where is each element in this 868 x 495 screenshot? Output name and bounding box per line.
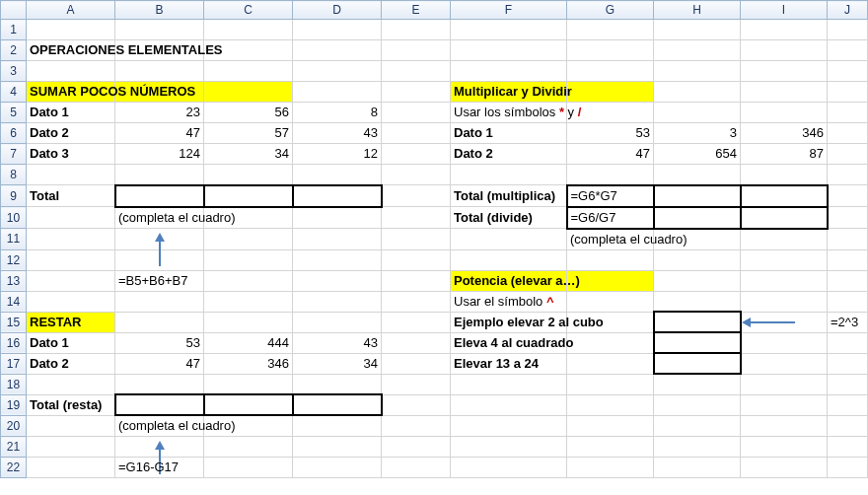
cell-B22[interactable]: =G16-G17 bbox=[115, 458, 204, 478]
cell-I22[interactable] bbox=[741, 458, 828, 478]
cell-B15[interactable] bbox=[115, 312, 204, 332]
cell-D19[interactable] bbox=[293, 394, 382, 415]
cell-C3[interactable] bbox=[204, 61, 293, 82]
col-header-B[interactable]: B bbox=[115, 1, 204, 20]
cell-G11[interactable]: (completa el cuadro) bbox=[567, 229, 654, 250]
cell-D5[interactable]: 8 bbox=[293, 103, 382, 123]
cell-D1[interactable] bbox=[293, 20, 382, 40]
cell-J7[interactable] bbox=[828, 144, 868, 165]
cell-J14[interactable] bbox=[828, 291, 868, 312]
cell-D12[interactable] bbox=[293, 249, 382, 270]
cell-A6[interactable]: Dato 2 bbox=[27, 123, 115, 144]
cell-C13[interactable] bbox=[204, 270, 293, 291]
cell-F3[interactable] bbox=[451, 61, 567, 82]
cell-H12[interactable] bbox=[654, 249, 741, 270]
cell-H22[interactable] bbox=[654, 458, 741, 478]
cell-D2[interactable] bbox=[293, 40, 382, 61]
cell-B3[interactable] bbox=[115, 61, 204, 82]
cell-E2[interactable] bbox=[382, 40, 451, 61]
cell-A17[interactable]: Dato 2 bbox=[27, 353, 115, 374]
cell-F21[interactable] bbox=[451, 437, 567, 458]
row-header-1[interactable]: 1 bbox=[1, 20, 27, 40]
cell-E17[interactable] bbox=[382, 353, 451, 374]
cell-C9[interactable] bbox=[204, 185, 293, 207]
col-header-H[interactable]: H bbox=[654, 1, 741, 20]
cell-B9[interactable] bbox=[115, 185, 204, 207]
cell-H5[interactable] bbox=[654, 103, 741, 123]
cell-B13[interactable]: =B5+B6+B7 bbox=[115, 270, 204, 291]
cell-B17[interactable]: 47 bbox=[115, 353, 204, 374]
cell-E9[interactable] bbox=[382, 185, 451, 207]
cell-I19[interactable] bbox=[741, 394, 828, 415]
cell-I3[interactable] bbox=[741, 61, 828, 82]
cell-G3[interactable] bbox=[567, 61, 654, 82]
cell-A8[interactable] bbox=[27, 165, 115, 185]
cell-D8[interactable] bbox=[293, 165, 382, 185]
cell-G4[interactable] bbox=[567, 82, 654, 103]
cell-F8[interactable] bbox=[451, 165, 567, 185]
cell-A19[interactable]: Total (resta) bbox=[27, 394, 115, 415]
col-header-G[interactable]: G bbox=[567, 1, 654, 20]
row-header-16[interactable]: 16 bbox=[1, 332, 27, 353]
cell-H3[interactable] bbox=[654, 61, 741, 82]
cell-D18[interactable] bbox=[293, 374, 382, 394]
cell-J19[interactable] bbox=[828, 394, 868, 415]
cell-J1[interactable] bbox=[828, 20, 868, 40]
cell-H6[interactable]: 3 bbox=[654, 123, 741, 144]
cell-D6[interactable]: 43 bbox=[293, 123, 382, 144]
cell-D7[interactable]: 12 bbox=[293, 144, 382, 165]
cell-A13[interactable] bbox=[27, 270, 115, 291]
cell-F15[interactable]: Ejemplo elevar 2 al cubo bbox=[451, 312, 567, 332]
cell-F16[interactable]: Eleva 4 al cuadrado bbox=[451, 332, 567, 353]
row-header-6[interactable]: 6 bbox=[1, 123, 27, 144]
cell-I21[interactable] bbox=[741, 437, 828, 458]
cell-F6[interactable]: Dato 1 bbox=[451, 123, 567, 144]
cell-G14[interactable] bbox=[567, 291, 654, 312]
cell-I7[interactable]: 87 bbox=[741, 144, 828, 165]
cell-H10[interactable] bbox=[654, 207, 741, 229]
cell-B11[interactable] bbox=[115, 229, 204, 250]
cell-D3[interactable] bbox=[293, 61, 382, 82]
cell-G7[interactable]: 47 bbox=[567, 144, 654, 165]
row-header-10[interactable]: 10 bbox=[1, 207, 27, 229]
cell-F19[interactable] bbox=[451, 394, 567, 415]
cell-G8[interactable] bbox=[567, 165, 654, 185]
cell-G17[interactable] bbox=[567, 353, 654, 374]
cell-C6[interactable]: 57 bbox=[204, 123, 293, 144]
row-header-20[interactable]: 20 bbox=[1, 415, 27, 437]
cell-B5[interactable]: 23 bbox=[115, 103, 204, 123]
cell-C18[interactable] bbox=[204, 374, 293, 394]
cell-B16[interactable]: 53 bbox=[115, 332, 204, 353]
cell-I2[interactable] bbox=[741, 40, 828, 61]
cell-J9[interactable] bbox=[828, 185, 868, 207]
cell-C12[interactable] bbox=[204, 249, 293, 270]
cell-I10[interactable] bbox=[741, 207, 828, 229]
cell-I6[interactable]: 346 bbox=[741, 123, 828, 144]
cell-E3[interactable] bbox=[382, 61, 451, 82]
cell-E12[interactable] bbox=[382, 249, 451, 270]
cell-J8[interactable] bbox=[828, 165, 868, 185]
cell-E14[interactable] bbox=[382, 291, 451, 312]
cell-A11[interactable] bbox=[27, 229, 115, 250]
cell-I16[interactable] bbox=[741, 332, 828, 353]
cell-B7[interactable]: 124 bbox=[115, 144, 204, 165]
cell-H13[interactable] bbox=[654, 270, 741, 291]
cell-E11[interactable] bbox=[382, 229, 451, 250]
cell-E13[interactable] bbox=[382, 270, 451, 291]
cell-A3[interactable] bbox=[27, 61, 115, 82]
cell-C16[interactable]: 444 bbox=[204, 332, 293, 353]
cell-E22[interactable] bbox=[382, 458, 451, 478]
cell-A16[interactable]: Dato 1 bbox=[27, 332, 115, 353]
cell-F20[interactable] bbox=[451, 415, 567, 437]
cell-I9[interactable] bbox=[741, 185, 828, 207]
cell-D10[interactable] bbox=[293, 207, 382, 229]
row-header-14[interactable]: 14 bbox=[1, 291, 27, 312]
cell-C17[interactable]: 346 bbox=[204, 353, 293, 374]
cell-G6[interactable]: 53 bbox=[567, 123, 654, 144]
cell-F12[interactable] bbox=[451, 249, 567, 270]
cell-C4[interactable] bbox=[204, 82, 293, 103]
cell-H20[interactable] bbox=[654, 415, 741, 437]
cell-C19[interactable] bbox=[204, 394, 293, 415]
cell-H9[interactable] bbox=[654, 185, 741, 207]
cell-E5[interactable] bbox=[382, 103, 451, 123]
